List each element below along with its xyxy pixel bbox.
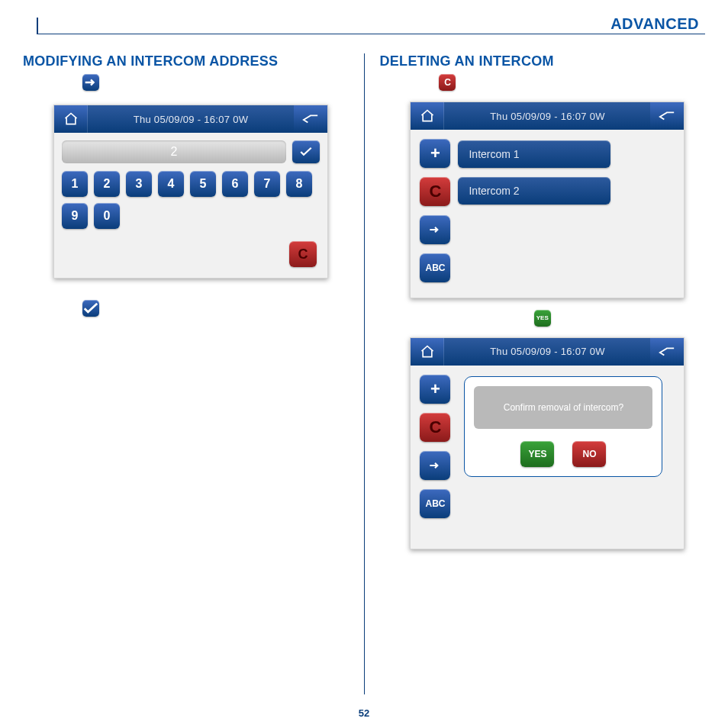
screen-header: Thu 05/09/09 - 16:07 0W <box>411 338 684 366</box>
home-button[interactable] <box>411 102 444 130</box>
section-chapter-label: ADVANCED <box>604 15 705 33</box>
intercom-list: Intercom 1 Intercom 2 <box>458 140 610 288</box>
key-2[interactable]: 2 <box>94 171 120 197</box>
add-button[interactable]: + <box>420 139 450 168</box>
screen-address-entry: Thu 05/09/09 - 16:07 0W 2 1 2 3 4 <box>53 105 328 279</box>
clear-key[interactable]: C <box>289 241 317 267</box>
wrench-button[interactable] <box>420 215 450 244</box>
home-button[interactable] <box>411 338 444 366</box>
key-8[interactable]: 8 <box>286 171 312 197</box>
key-6[interactable]: 6 <box>222 171 248 197</box>
delete-c-button[interactable]: C <box>420 413 450 442</box>
key-3[interactable]: 3 <box>126 171 152 197</box>
delete-c-button[interactable]: C <box>420 177 450 206</box>
c-icon: C <box>439 74 456 91</box>
screen-body: + C ABC Confirm removal of intercom? YES… <box>411 366 684 549</box>
screen-header: Thu 05/09/09 - 16:07 0W <box>54 105 327 133</box>
screen-body: + C ABC Intercom 1 Intercom 2 <box>411 130 684 298</box>
status-bar: Thu 05/09/09 - 16:07 0W <box>444 338 650 366</box>
section-title-left: MODIFYING AN INTERCOM ADDRESS <box>23 53 349 69</box>
confirm-dialog: Confirm removal of intercom? YES NO <box>464 376 662 477</box>
left-column: MODIFYING AN INTERCOM ADDRESS Thu 05/09/… <box>23 53 349 702</box>
dialog-message: Confirm removal of intercom? <box>474 386 652 429</box>
column-divider <box>364 53 365 694</box>
side-action-column: + C ABC <box>420 139 450 288</box>
page-number: 52 <box>359 707 369 719</box>
dialog-no-button[interactable]: NO <box>572 441 606 467</box>
status-bar: Thu 05/09/09 - 16:07 0W <box>88 105 294 133</box>
key-1[interactable]: 1 <box>62 171 88 197</box>
key-0[interactable]: 0 <box>94 203 120 229</box>
header-rule <box>37 34 705 34</box>
intercom-item-2[interactable]: Intercom 2 <box>458 177 610 205</box>
back-button[interactable] <box>294 105 327 133</box>
numeric-keypad: 1 2 3 4 5 6 7 8 9 0 <box>62 171 321 229</box>
abc-button[interactable]: ABC <box>420 253 450 282</box>
abc-button[interactable]: ABC <box>420 489 450 518</box>
right-column: DELETING AN INTERCOM C Thu 05/09/09 - 16… <box>379 53 705 702</box>
key-9[interactable]: 9 <box>62 203 88 229</box>
key-7[interactable]: 7 <box>254 171 280 197</box>
yes-icon: YES <box>534 310 551 327</box>
check-icon <box>82 300 99 317</box>
dialog-yes-button[interactable]: YES <box>520 441 554 467</box>
back-button[interactable] <box>650 338 684 366</box>
screen-body: 2 1 2 3 4 5 6 7 8 9 0 C <box>54 133 327 278</box>
screen-delete-confirm: Thu 05/09/09 - 16:07 0W + C ABC Confirm … <box>410 337 685 549</box>
section-title-right: DELETING AN INTERCOM <box>379 53 705 69</box>
back-button[interactable] <box>650 102 684 130</box>
wrench-button[interactable] <box>420 451 450 480</box>
confirm-button[interactable] <box>292 140 320 163</box>
address-input[interactable]: 2 <box>62 140 286 163</box>
screen-intercom-list: Thu 05/09/09 - 16:07 0W + C ABC Intercom… <box>410 101 685 298</box>
key-4[interactable]: 4 <box>158 171 184 197</box>
intercom-item-1[interactable]: Intercom 1 <box>458 140 610 168</box>
side-action-column: + C ABC <box>420 375 450 540</box>
add-button[interactable]: + <box>420 375 450 404</box>
status-bar: Thu 05/09/09 - 16:07 0W <box>444 102 650 130</box>
home-button[interactable] <box>54 105 88 133</box>
key-5[interactable]: 5 <box>190 171 216 197</box>
screen-header: Thu 05/09/09 - 16:07 0W <box>411 102 684 130</box>
wrench-icon <box>82 74 99 91</box>
